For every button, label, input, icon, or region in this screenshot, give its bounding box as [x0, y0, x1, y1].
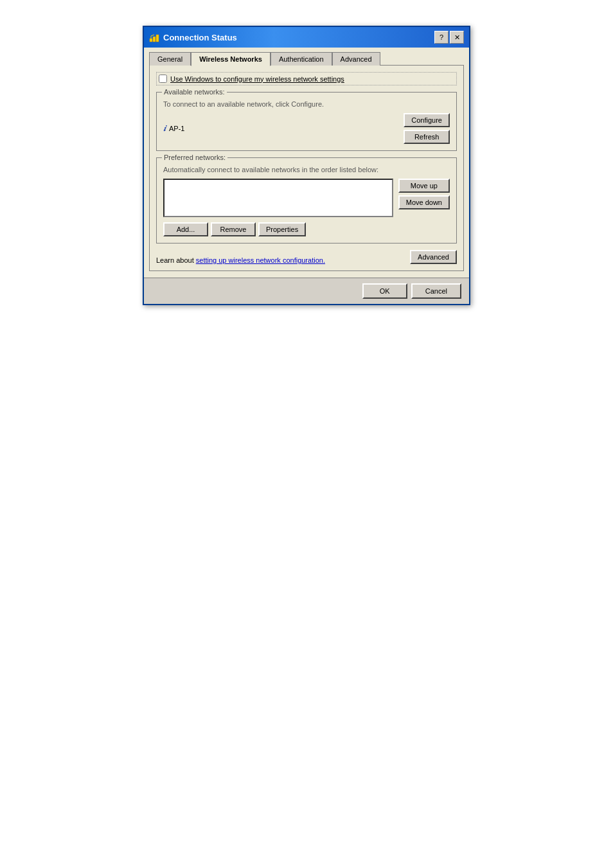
cancel-button[interactable]: Cancel	[411, 283, 461, 299]
network-entry-name: AP-1	[169, 125, 184, 132]
refresh-button[interactable]: Refresh	[404, 130, 450, 144]
properties-button[interactable]: Properties	[258, 222, 306, 236]
svg-rect-2	[156, 35, 159, 42]
svg-line-4	[151, 35, 154, 36]
preferred-networks-group: Preferred networks: Automatically connec…	[156, 157, 457, 244]
network-entry-icon: 𝑖	[163, 123, 166, 134]
learn-text-area: Learn about setting up wireless network …	[156, 256, 325, 264]
tab-general[interactable]: General	[149, 52, 191, 66]
preferred-networks-list[interactable]	[163, 179, 393, 217]
title-bar-left: Connection Status	[149, 32, 237, 42]
preferred-move-buttons: Move up Move down	[398, 179, 450, 217]
use-windows-checkbox[interactable]	[159, 75, 167, 83]
available-buttons: Configure Refresh	[404, 113, 450, 144]
network-icon	[149, 32, 159, 42]
tab-content: Use Windows to configure my wireless net…	[149, 65, 464, 271]
svg-rect-0	[150, 39, 152, 42]
connection-status-dialog: Connection Status ? ✕ General Wireless N…	[143, 26, 470, 305]
svg-rect-1	[153, 37, 155, 42]
close-button[interactable]: ✕	[450, 31, 464, 44]
advanced-button[interactable]: Advanced	[410, 250, 457, 264]
configure-button[interactable]: Configure	[404, 113, 450, 127]
dialog-footer: OK Cancel	[144, 278, 469, 304]
tab-wireless-networks[interactable]: Wireless Networks	[191, 52, 271, 66]
title-text: Connection Status	[163, 33, 237, 42]
preferred-list-area: Move up Move down	[163, 179, 450, 217]
preferred-actions: Add... Remove Properties	[163, 222, 450, 236]
learn-text: Learn about	[156, 256, 196, 264]
move-down-button[interactable]: Move down	[398, 195, 450, 209]
remove-button[interactable]: Remove	[211, 222, 256, 236]
available-networks-desc: To connect to an available network, clic…	[163, 100, 450, 108]
network-entry-ap1[interactable]: 𝑖 AP-1	[163, 123, 398, 134]
move-up-button[interactable]: Move up	[398, 179, 450, 193]
ok-button[interactable]: OK	[362, 283, 407, 299]
available-networks-list: 𝑖 AP-1 Configure Refresh	[163, 113, 450, 144]
preferred-networks-label: Preferred networks:	[162, 154, 227, 161]
use-windows-checkbox-row: Use Windows to configure my wireless net…	[156, 72, 457, 85]
use-windows-label: Use Windows to configure my wireless net…	[170, 75, 344, 83]
available-networks-group: Available networks: To connect to an ava…	[156, 92, 457, 151]
title-bar-controls: ? ✕	[434, 31, 464, 44]
help-button[interactable]: ?	[434, 31, 449, 44]
preferred-networks-desc: Automatically connect to available netwo…	[163, 166, 450, 173]
tab-advanced[interactable]: Advanced	[332, 52, 380, 66]
learn-row: Learn about setting up wireless network …	[156, 250, 457, 264]
tabs-row: General Wireless Networks Authentication…	[144, 48, 469, 65]
add-button[interactable]: Add...	[163, 222, 208, 236]
learn-link[interactable]: setting up wireless network configuratio…	[196, 256, 325, 264]
available-networks-label: Available networks:	[162, 88, 227, 96]
tab-authentication[interactable]: Authentication	[271, 52, 332, 66]
title-bar: Connection Status ? ✕	[144, 27, 469, 48]
